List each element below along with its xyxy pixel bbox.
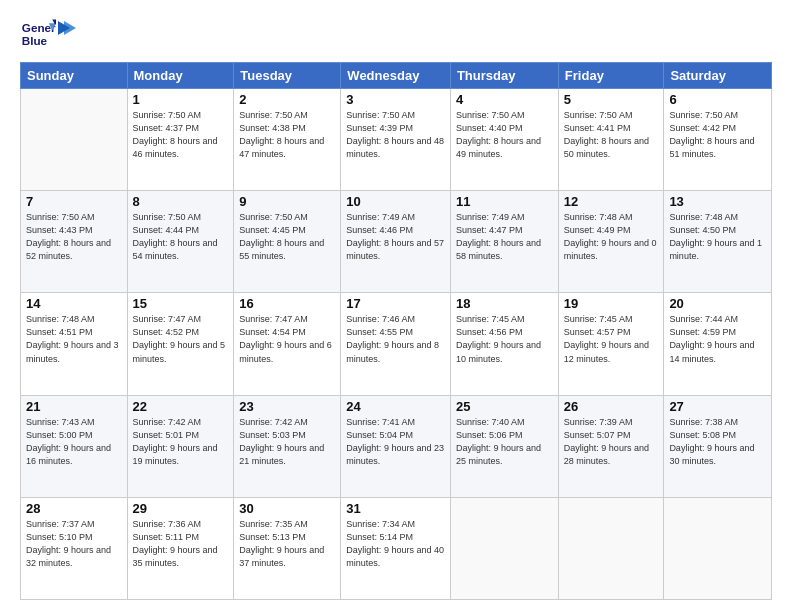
calendar-table: SundayMondayTuesdayWednesdayThursdayFrid… [20, 62, 772, 600]
day-info: Sunrise: 7:50 AMSunset: 4:44 PMDaylight:… [133, 211, 229, 263]
week-row-0: 1Sunrise: 7:50 AMSunset: 4:37 PMDaylight… [21, 89, 772, 191]
day-number: 30 [239, 501, 335, 516]
calendar-cell [21, 89, 128, 191]
day-info: Sunrise: 7:49 AMSunset: 4:46 PMDaylight:… [346, 211, 445, 263]
calendar-cell: 23Sunrise: 7:42 AMSunset: 5:03 PMDayligh… [234, 395, 341, 497]
day-info: Sunrise: 7:48 AMSunset: 4:50 PMDaylight:… [669, 211, 766, 263]
day-number: 25 [456, 399, 553, 414]
day-number: 1 [133, 92, 229, 107]
calendar-cell: 21Sunrise: 7:43 AMSunset: 5:00 PMDayligh… [21, 395, 128, 497]
header-thursday: Thursday [450, 63, 558, 89]
calendar-cell: 30Sunrise: 7:35 AMSunset: 5:13 PMDayligh… [234, 497, 341, 599]
day-info: Sunrise: 7:42 AMSunset: 5:03 PMDaylight:… [239, 416, 335, 468]
calendar-cell: 28Sunrise: 7:37 AMSunset: 5:10 PMDayligh… [21, 497, 128, 599]
day-number: 10 [346, 194, 445, 209]
day-number: 26 [564, 399, 659, 414]
logo-icon: General Blue [20, 16, 56, 52]
header-wednesday: Wednesday [341, 63, 451, 89]
day-info: Sunrise: 7:50 AMSunset: 4:42 PMDaylight:… [669, 109, 766, 161]
day-number: 7 [26, 194, 122, 209]
calendar-cell: 31Sunrise: 7:34 AMSunset: 5:14 PMDayligh… [341, 497, 451, 599]
calendar-cell: 25Sunrise: 7:40 AMSunset: 5:06 PMDayligh… [450, 395, 558, 497]
header-monday: Monday [127, 63, 234, 89]
day-number: 6 [669, 92, 766, 107]
day-info: Sunrise: 7:45 AMSunset: 4:56 PMDaylight:… [456, 313, 553, 365]
day-number: 27 [669, 399, 766, 414]
calendar-cell: 4Sunrise: 7:50 AMSunset: 4:40 PMDaylight… [450, 89, 558, 191]
day-info: Sunrise: 7:43 AMSunset: 5:00 PMDaylight:… [26, 416, 122, 468]
calendar-cell: 14Sunrise: 7:48 AMSunset: 4:51 PMDayligh… [21, 293, 128, 395]
calendar-cell: 16Sunrise: 7:47 AMSunset: 4:54 PMDayligh… [234, 293, 341, 395]
calendar-cell: 19Sunrise: 7:45 AMSunset: 4:57 PMDayligh… [558, 293, 664, 395]
page: General Blue SundayMondayTuesdayWednesda… [0, 0, 792, 612]
day-number: 16 [239, 296, 335, 311]
calendar-cell: 20Sunrise: 7:44 AMSunset: 4:59 PMDayligh… [664, 293, 772, 395]
calendar-cell: 24Sunrise: 7:41 AMSunset: 5:04 PMDayligh… [341, 395, 451, 497]
day-info: Sunrise: 7:47 AMSunset: 4:54 PMDaylight:… [239, 313, 335, 365]
calendar-cell: 12Sunrise: 7:48 AMSunset: 4:49 PMDayligh… [558, 191, 664, 293]
day-number: 8 [133, 194, 229, 209]
day-number: 5 [564, 92, 659, 107]
day-info: Sunrise: 7:48 AMSunset: 4:51 PMDaylight:… [26, 313, 122, 365]
calendar-cell: 10Sunrise: 7:49 AMSunset: 4:46 PMDayligh… [341, 191, 451, 293]
day-info: Sunrise: 7:50 AMSunset: 4:43 PMDaylight:… [26, 211, 122, 263]
week-row-4: 28Sunrise: 7:37 AMSunset: 5:10 PMDayligh… [21, 497, 772, 599]
logo-arrow-icon [56, 17, 78, 39]
day-info: Sunrise: 7:37 AMSunset: 5:10 PMDaylight:… [26, 518, 122, 570]
day-info: Sunrise: 7:34 AMSunset: 5:14 PMDaylight:… [346, 518, 445, 570]
calendar-cell: 29Sunrise: 7:36 AMSunset: 5:11 PMDayligh… [127, 497, 234, 599]
calendar-cell [450, 497, 558, 599]
header-tuesday: Tuesday [234, 63, 341, 89]
day-info: Sunrise: 7:50 AMSunset: 4:39 PMDaylight:… [346, 109, 445, 161]
day-info: Sunrise: 7:44 AMSunset: 4:59 PMDaylight:… [669, 313, 766, 365]
day-number: 4 [456, 92, 553, 107]
day-info: Sunrise: 7:45 AMSunset: 4:57 PMDaylight:… [564, 313, 659, 365]
day-info: Sunrise: 7:49 AMSunset: 4:47 PMDaylight:… [456, 211, 553, 263]
day-number: 22 [133, 399, 229, 414]
calendar-cell: 9Sunrise: 7:50 AMSunset: 4:45 PMDaylight… [234, 191, 341, 293]
day-number: 2 [239, 92, 335, 107]
day-number: 29 [133, 501, 229, 516]
calendar-cell: 17Sunrise: 7:46 AMSunset: 4:55 PMDayligh… [341, 293, 451, 395]
calendar-cell: 8Sunrise: 7:50 AMSunset: 4:44 PMDaylight… [127, 191, 234, 293]
day-number: 13 [669, 194, 766, 209]
day-info: Sunrise: 7:38 AMSunset: 5:08 PMDaylight:… [669, 416, 766, 468]
day-number: 15 [133, 296, 229, 311]
day-info: Sunrise: 7:40 AMSunset: 5:06 PMDaylight:… [456, 416, 553, 468]
day-info: Sunrise: 7:46 AMSunset: 4:55 PMDaylight:… [346, 313, 445, 365]
day-info: Sunrise: 7:42 AMSunset: 5:01 PMDaylight:… [133, 416, 229, 468]
day-number: 12 [564, 194, 659, 209]
day-number: 9 [239, 194, 335, 209]
calendar-cell: 13Sunrise: 7:48 AMSunset: 4:50 PMDayligh… [664, 191, 772, 293]
day-number: 18 [456, 296, 553, 311]
day-info: Sunrise: 7:50 AMSunset: 4:40 PMDaylight:… [456, 109, 553, 161]
day-info: Sunrise: 7:50 AMSunset: 4:41 PMDaylight:… [564, 109, 659, 161]
day-info: Sunrise: 7:36 AMSunset: 5:11 PMDaylight:… [133, 518, 229, 570]
day-number: 21 [26, 399, 122, 414]
day-number: 17 [346, 296, 445, 311]
svg-text:General: General [22, 21, 56, 34]
day-info: Sunrise: 7:50 AMSunset: 4:45 PMDaylight:… [239, 211, 335, 263]
day-number: 11 [456, 194, 553, 209]
day-info: Sunrise: 7:47 AMSunset: 4:52 PMDaylight:… [133, 313, 229, 365]
day-info: Sunrise: 7:48 AMSunset: 4:49 PMDaylight:… [564, 211, 659, 263]
logo: General Blue [20, 16, 78, 52]
calendar-cell [664, 497, 772, 599]
calendar-header-row: SundayMondayTuesdayWednesdayThursdayFrid… [21, 63, 772, 89]
week-row-1: 7Sunrise: 7:50 AMSunset: 4:43 PMDaylight… [21, 191, 772, 293]
day-info: Sunrise: 7:41 AMSunset: 5:04 PMDaylight:… [346, 416, 445, 468]
svg-text:Blue: Blue [22, 34, 48, 47]
calendar-cell: 6Sunrise: 7:50 AMSunset: 4:42 PMDaylight… [664, 89, 772, 191]
calendar-cell: 1Sunrise: 7:50 AMSunset: 4:37 PMDaylight… [127, 89, 234, 191]
day-info: Sunrise: 7:35 AMSunset: 5:13 PMDaylight:… [239, 518, 335, 570]
header: General Blue [20, 16, 772, 52]
calendar-cell: 11Sunrise: 7:49 AMSunset: 4:47 PMDayligh… [450, 191, 558, 293]
calendar-cell: 22Sunrise: 7:42 AMSunset: 5:01 PMDayligh… [127, 395, 234, 497]
day-number: 14 [26, 296, 122, 311]
calendar-cell: 5Sunrise: 7:50 AMSunset: 4:41 PMDaylight… [558, 89, 664, 191]
day-number: 19 [564, 296, 659, 311]
day-number: 20 [669, 296, 766, 311]
calendar-cell: 7Sunrise: 7:50 AMSunset: 4:43 PMDaylight… [21, 191, 128, 293]
day-info: Sunrise: 7:39 AMSunset: 5:07 PMDaylight:… [564, 416, 659, 468]
day-number: 31 [346, 501, 445, 516]
